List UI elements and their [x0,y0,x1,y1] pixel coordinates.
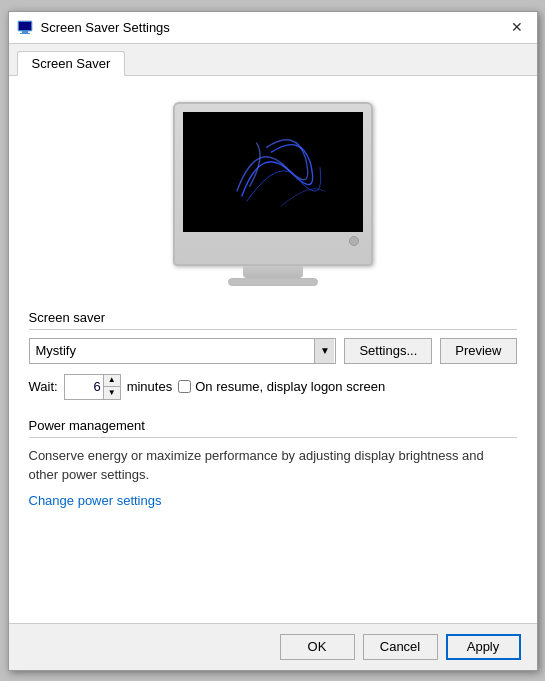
screen-saver-settings-window: Screen Saver Settings ✕ Screen Saver [8,11,538,671]
screen-saver-section: Screen saver None 3D Text Blank Bubbles … [29,310,517,400]
settings-button[interactable]: Settings... [344,338,432,364]
screensaver-dropdown[interactable]: None 3D Text Blank Bubbles Mystify Photo… [29,338,337,364]
svg-rect-4 [183,113,363,230]
power-divider [29,437,517,438]
svg-rect-1 [19,22,31,30]
cancel-button[interactable]: Cancel [363,634,438,660]
screensaver-preview-svg [183,112,363,232]
tab-bar: Screen Saver [9,44,537,76]
monitor-base [228,278,318,286]
logon-checkbox-label[interactable]: On resume, display logon screen [195,379,385,394]
main-content: Screen saver None 3D Text Blank Bubbles … [9,76,537,623]
close-button[interactable]: ✕ [505,15,529,39]
title-bar: Screen Saver Settings ✕ [9,12,537,44]
monitor-power-button [349,236,359,246]
svg-rect-2 [22,31,28,33]
svg-rect-3 [20,33,30,34]
spinner-up-button[interactable]: ▲ [104,375,120,387]
window-title: Screen Saver Settings [41,20,170,35]
title-bar-controls: ✕ [505,15,529,39]
monitor-body [173,102,373,266]
power-management-title: Power management [29,418,517,433]
apply-button[interactable]: Apply [446,634,521,660]
logon-checkbox-wrapper: On resume, display logon screen [178,379,385,394]
monitor-bottom [183,232,363,246]
wait-spinner: ▲ ▼ [64,374,121,400]
screen-saver-controls-row: None 3D Text Blank Bubbles Mystify Photo… [29,338,517,364]
spinner-buttons: ▲ ▼ [103,375,120,399]
screensaver-dropdown-wrapper: None 3D Text Blank Bubbles Mystify Photo… [29,338,337,364]
monitor-stand [243,266,303,278]
title-bar-left: Screen Saver Settings [17,19,170,35]
wait-input[interactable] [65,375,103,399]
tab-screen-saver[interactable]: Screen Saver [17,51,126,76]
screen-saver-section-label: Screen saver [29,310,517,325]
ok-button[interactable]: OK [280,634,355,660]
power-description: Conserve energy or maximize performance … [29,446,517,485]
power-management-section: Power management Conserve energy or maxi… [29,418,517,508]
section-divider [29,329,517,330]
change-power-settings-link[interactable]: Change power settings [29,493,162,508]
monitor-preview-area [29,92,517,292]
footer: OK Cancel Apply [9,623,537,670]
minutes-label: minutes [127,379,173,394]
wait-row: Wait: ▲ ▼ minutes On resume, display log… [29,374,517,400]
spinner-down-button[interactable]: ▼ [104,387,120,399]
window-icon [17,19,33,35]
wait-label: Wait: [29,379,58,394]
monitor [173,102,373,286]
logon-checkbox[interactable] [178,380,191,393]
monitor-screen [183,112,363,232]
preview-button[interactable]: Preview [440,338,516,364]
